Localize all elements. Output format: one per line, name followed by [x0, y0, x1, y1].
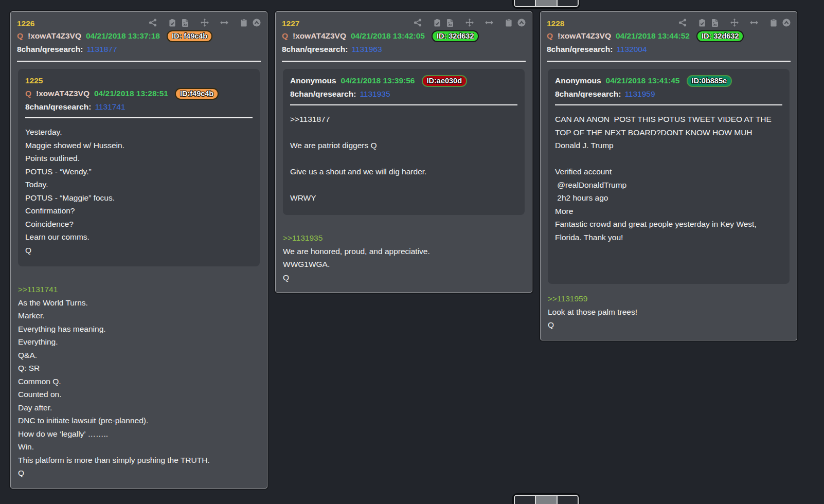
poster-id-badge[interactable]: ID: 32d632 [696, 30, 744, 42]
board-post-link[interactable]: 1132004 [616, 43, 647, 56]
author-name: Q [282, 29, 288, 43]
board-post-link[interactable]: 1131963 [351, 43, 382, 56]
post-card-1227: 1227 Q !xowAT4Z3VQ 04/21/2018 13:42:05 I… [275, 11, 532, 293]
reply-reference-link[interactable]: >>1131935 [283, 231, 525, 245]
reply-reference-link[interactable]: >>1131741 [18, 283, 260, 296]
board-post-link[interactable]: 1131741 [95, 100, 125, 114]
clipboard-icon[interactable] [769, 19, 778, 27]
pager-segment[interactable] [558, 496, 578, 504]
board-label: 8chan/qresearch: [290, 87, 356, 101]
post-card-1226: 1226 Q !xowAT4Z3VQ 04/21/2018 13:37:18 I… [10, 11, 267, 489]
board-label: 8chan/qresearch: [547, 43, 613, 56]
move-icon[interactable] [201, 19, 209, 27]
post-datetime: 04/21/2018 13:42:05 [351, 29, 425, 43]
scroll-top-icon[interactable] [253, 19, 261, 27]
board-label: 8chan/qresearch: [282, 43, 348, 56]
author-name: Anonymous [290, 74, 336, 87]
quote-divider [290, 104, 517, 105]
post-toolbar [149, 17, 261, 27]
poster-id-badge[interactable]: ID:f49c4b [175, 88, 219, 100]
thread-pager-top[interactable] [514, 0, 579, 7]
board-post-link[interactable]: 1131959 [624, 87, 655, 101]
post-datetime: 04/21/2018 13:44:52 [616, 29, 690, 43]
quoted-post-text: CAN AN ANON POST THIS POTUS TWEET VIDEO … [555, 113, 782, 244]
reply-reference-link[interactable]: >>1131959 [548, 292, 790, 305]
pager-segment[interactable] [558, 0, 578, 6]
clipboard-icon[interactable] [505, 19, 513, 27]
header-divider [17, 61, 261, 62]
tripcode: !xowAT4Z3VQ [558, 29, 611, 43]
resize-horizontal-icon[interactable] [220, 19, 228, 27]
post-datetime: 04/21/2018 13:28:51 [94, 87, 168, 100]
header-divider [547, 61, 791, 62]
clipboard-icon[interactable] [240, 19, 248, 27]
post-datetime: 04/21/2018 13:39:56 [341, 74, 415, 87]
clipboard-check-icon[interactable] [433, 19, 441, 27]
file-image-icon[interactable] [181, 19, 189, 27]
poster-id-badge[interactable]: ID: 32d632 [432, 30, 479, 42]
share-icon[interactable] [414, 19, 422, 27]
post-card-1228: 1228 Q !xowAT4Z3VQ 04/21/2018 13:44:52 I… [540, 11, 797, 340]
board-label: 8chan/qresearch: [17, 43, 83, 56]
post-grid: 1226 Q !xowAT4Z3VQ 04/21/2018 13:37:18 I… [0, 0, 824, 489]
tripcode: !xowAT4Z3VQ [36, 87, 89, 100]
file-image-icon[interactable] [446, 19, 454, 27]
post-datetime: 04/21/2018 13:37:18 [86, 29, 160, 43]
post-number[interactable]: 1226 [17, 17, 34, 30]
quoted-post-1225: 1225 Q !xowAT4Z3VQ 04/21/2018 13:28:51 I… [18, 69, 260, 266]
clipboard-check-icon[interactable] [168, 19, 176, 27]
post-body: >>1131741 As the World Turns. Marker. Ev… [17, 283, 261, 480]
clipboard-check-icon[interactable] [698, 19, 706, 27]
board-label: 8chan/qresearch: [555, 87, 621, 101]
quoted-post-text: >>1131877 We are patriot diggers Q Give … [290, 113, 517, 205]
post-toolbar [678, 17, 791, 27]
tripcode: !xowAT4Z3VQ [28, 29, 81, 43]
header-divider [282, 61, 526, 62]
share-icon[interactable] [149, 19, 157, 27]
board-post-link[interactable]: 1131877 [86, 43, 117, 56]
author-name: Anonymous [555, 74, 601, 87]
scroll-top-icon[interactable] [517, 19, 526, 27]
post-toolbar [414, 17, 526, 27]
move-icon[interactable] [730, 19, 739, 27]
move-icon[interactable] [465, 19, 474, 27]
resize-horizontal-icon[interactable] [750, 19, 758, 27]
post-text: As the World Turns. Marker. Everything h… [18, 296, 260, 480]
pager-segment-current[interactable] [535, 0, 557, 6]
quote-divider [555, 104, 782, 105]
post-text: We are honored, proud, and appreciative.… [283, 245, 525, 284]
tripcode: !xowAT4Z3VQ [293, 29, 346, 43]
quote-divider [25, 117, 253, 118]
board-post-link[interactable]: 1131935 [360, 87, 390, 101]
post-body: >>1131935 We are honored, proud, and app… [282, 231, 526, 284]
quoted-post-text: Yesterday. Maggie showed w/ Hussein. Poi… [25, 125, 253, 257]
author-name: Q [17, 29, 23, 43]
thread-pager-bottom[interactable] [514, 495, 579, 504]
file-image-icon[interactable] [711, 19, 719, 27]
poster-id-badge[interactable]: ID:ae030d [422, 75, 468, 87]
poster-id-badge[interactable]: ID:0b885e [687, 75, 732, 87]
post-body: >>1131959 Look at those palm trees! Q [547, 292, 791, 332]
resize-horizontal-icon[interactable] [485, 19, 493, 27]
post-number[interactable]: 1227 [282, 17, 299, 30]
post-number[interactable]: 1228 [547, 17, 564, 30]
quoted-post-anonymous: Anonymous 04/21/2018 13:41:45 ID:0b885e … [548, 69, 790, 284]
author-name: Q [25, 87, 31, 100]
pager-segment[interactable] [515, 0, 535, 6]
pager-segment[interactable] [515, 496, 535, 504]
poster-id-badge[interactable]: ID: f49c4b [167, 30, 212, 42]
board-label: 8chan/qresearch: [25, 100, 91, 114]
post-datetime: 04/21/2018 13:41:45 [606, 74, 680, 87]
quoted-post-anonymous: Anonymous 04/21/2018 13:39:56 ID:ae030d … [283, 69, 525, 215]
pager-segment-current[interactable] [535, 496, 557, 504]
share-icon[interactable] [678, 19, 687, 27]
post-text: Look at those palm trees! Q [548, 305, 790, 332]
scroll-top-icon[interactable] [782, 19, 791, 27]
quoted-post-number[interactable]: 1225 [25, 74, 253, 87]
author-name: Q [547, 29, 553, 43]
